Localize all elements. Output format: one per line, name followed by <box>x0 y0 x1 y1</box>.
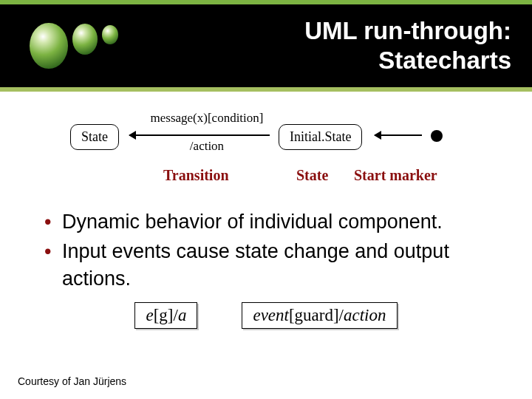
notation-e: e <box>146 306 153 324</box>
start-marker-icon <box>431 130 443 142</box>
initial-state-node: Initial.State <box>279 124 362 150</box>
transition-action: /action <box>137 139 277 154</box>
sphere-icon <box>30 23 68 69</box>
start-arrow <box>375 134 422 136</box>
slide-header: UML run-through: Statecharts <box>0 4 532 87</box>
bullet-item: Input events cause state change and outp… <box>44 238 502 292</box>
transition-message: message(x)[condition] <box>137 111 277 126</box>
notation-a: a <box>178 306 187 324</box>
bullet-list: Dynamic behavior of individual component… <box>0 198 532 292</box>
notation-action: action <box>344 306 386 324</box>
footer-courtesy: Courtesy of Jan Jürjens <box>18 375 126 387</box>
notation-guard: [guard]/ <box>289 306 344 324</box>
sphere-icon <box>102 25 118 44</box>
state-node: State <box>70 124 119 150</box>
logo-area <box>0 4 118 87</box>
label-state: State <box>296 167 328 184</box>
notation-short: e[g]/a <box>134 302 197 329</box>
bullet-item: Dynamic behavior of individual component… <box>44 208 502 235</box>
label-start-marker: Start marker <box>354 167 437 184</box>
sphere-icon <box>72 24 98 55</box>
transition-arrow <box>129 134 270 136</box>
title-line-1: UML run-through: <box>304 17 511 44</box>
notation-event: event <box>253 306 289 324</box>
notation-long: event[guard]/action <box>242 302 397 329</box>
notation-g: [g]/ <box>154 306 178 324</box>
label-transition: Transition <box>163 167 229 184</box>
title-line-2: Statecharts <box>378 47 511 74</box>
slide-title: UML run-through: Statecharts <box>118 16 532 75</box>
notation-row: e[g]/a event[guard]/action <box>0 295 532 329</box>
statechart-diagram: State message(x)[condition] /action Init… <box>0 92 532 198</box>
